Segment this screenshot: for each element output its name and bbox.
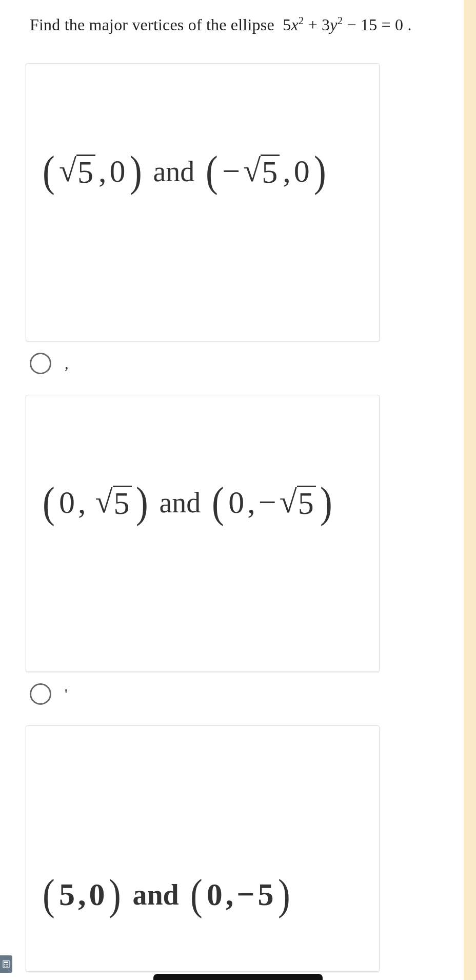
page: Find the major vertices of the ellipse 5… bbox=[0, 0, 476, 980]
svg-point-5 bbox=[4, 966, 5, 967]
lparen: ( bbox=[43, 477, 55, 527]
sqrt-icon: √ 5 bbox=[280, 484, 316, 521]
calculator-icon bbox=[3, 960, 10, 968]
option-a-radio-row: , bbox=[30, 353, 476, 374]
sqrt-icon: √ 5 bbox=[59, 153, 95, 189]
home-indicator-bar bbox=[153, 974, 323, 980]
rparen: ) bbox=[109, 870, 122, 919]
question-text: Find the major vertices of the ellipse 5… bbox=[30, 14, 476, 34]
radio-b-label: ' bbox=[65, 685, 67, 703]
sqrt-icon: √ 5 bbox=[95, 484, 131, 521]
svg-point-3 bbox=[6, 964, 7, 965]
sqrt-icon: √ 5 bbox=[243, 153, 280, 189]
lparen: ( bbox=[206, 146, 218, 196]
rparen: ) bbox=[314, 146, 326, 196]
svg-point-6 bbox=[6, 966, 7, 967]
rparen: ) bbox=[278, 870, 290, 919]
option-b-radio-row: ' bbox=[30, 683, 476, 705]
rparen: ) bbox=[130, 146, 142, 196]
option-a-math: ( √ 5 , 0 ) and ( − √ 5 , 0 ) bbox=[42, 146, 327, 196]
radio-a[interactable] bbox=[30, 353, 51, 374]
calculator-button[interactable] bbox=[0, 955, 12, 973]
svg-point-2 bbox=[4, 964, 5, 965]
question-equation: 5x2 + 3y2 − 15 = 0 . bbox=[279, 15, 412, 34]
svg-point-4 bbox=[7, 964, 8, 965]
lparen: ( bbox=[190, 870, 203, 919]
radio-a-label: , bbox=[65, 355, 69, 372]
option-card-b[interactable]: ( 0 , √ 5 ) and ( 0 , − √ 5 ) bbox=[26, 395, 380, 672]
option-card-a[interactable]: ( √ 5 , 0 ) and ( − √ 5 , 0 ) bbox=[26, 63, 380, 341]
rparen: ) bbox=[136, 477, 148, 527]
question-prefix: Find the major vertices of the ellipse bbox=[30, 15, 274, 34]
rparen: ) bbox=[320, 477, 332, 527]
option-card-c[interactable]: ( 5 , 0 ) and ( 0 , − 5 ) bbox=[26, 725, 380, 972]
svg-point-7 bbox=[7, 966, 8, 967]
right-accent-stripe bbox=[464, 0, 476, 980]
option-b-math: ( 0 , √ 5 ) and ( 0 , − √ 5 ) bbox=[42, 477, 333, 527]
lparen: ( bbox=[43, 146, 55, 196]
lparen: ( bbox=[43, 870, 55, 919]
svg-rect-1 bbox=[4, 962, 8, 963]
option-c-math: ( 5 , 0 ) and ( 0 , − 5 ) bbox=[42, 870, 291, 919]
lparen: ( bbox=[212, 477, 224, 527]
radio-b[interactable] bbox=[30, 683, 51, 705]
